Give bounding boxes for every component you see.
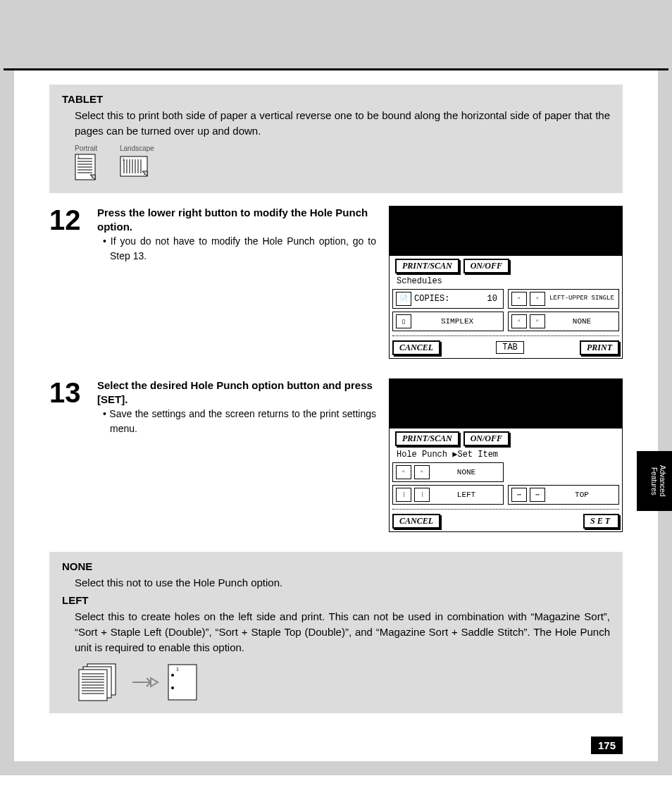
screen-hole-punch: PRINT/SCAN ON/OFF Hole Punch ▶Set Item ▫…	[389, 378, 623, 532]
punch-icon-1: ▫	[511, 314, 527, 328]
on-off-button[interactable]: ON/OFF	[463, 259, 509, 273]
print-scan-button[interactable]: PRINT/SCAN	[395, 259, 459, 273]
punch-none-cell[interactable]: ▫ ▫ NONE	[508, 312, 619, 331]
punch-icon-2: ▫	[530, 314, 545, 328]
svg-text:1: 1	[123, 157, 125, 161]
svg-text:1: 1	[176, 667, 179, 672]
none-icon-1: ▫	[396, 465, 411, 479]
top-icon-1: ⋯	[511, 488, 527, 502]
svg-text:1: 1	[77, 154, 80, 159]
none-cell[interactable]: ▫ ▫ NONE	[392, 462, 504, 482]
arrow-icon	[131, 675, 159, 689]
print-button[interactable]: PRINT	[580, 340, 619, 355]
schedules-label: Schedules	[397, 276, 619, 286]
step-12-number: 12	[49, 206, 90, 264]
left-icon-1: ⁝	[396, 488, 411, 502]
left-body: Select this to create holes on the left …	[75, 609, 610, 655]
pages-stack-icon	[75, 661, 124, 703]
step-12-title: Press the lower right button to modify t…	[97, 206, 376, 235]
left-icon-2: ⁝	[414, 488, 430, 502]
punched-page-icon: 1	[166, 663, 199, 702]
svg-rect-30	[168, 665, 197, 700]
svg-point-32	[171, 686, 174, 689]
print-scan-button-2[interactable]: PRINT/SCAN	[395, 431, 459, 446]
on-off-button-2[interactable]: ON/OFF	[463, 431, 509, 446]
simplex-cell[interactable]: ▯ SIMPLEX	[392, 312, 504, 331]
none-heading: NONE	[62, 560, 610, 572]
portrait-icon: 12	[75, 154, 99, 183]
staple-icon-1: ▫	[511, 292, 527, 306]
tablet-body: Select this to print both side of paper …	[75, 108, 610, 139]
step-13-title: Select the desired Hole Punch option but…	[97, 378, 376, 407]
svg-text:2: 2	[92, 175, 94, 179]
tab-button[interactable]: TAB	[496, 341, 524, 354]
hole-punch-label: Hole Punch ▶Set Item	[397, 449, 619, 460]
portrait-label: Portrait	[75, 144, 97, 152]
copies-cell[interactable]: 📄 COPIES: 10	[392, 289, 504, 309]
step-13-bullet: Save the settings and the screen returns…	[110, 407, 376, 436]
staple-icon-2: ▫	[530, 292, 545, 306]
none-icon-2: ▫	[414, 465, 430, 479]
set-button[interactable]: SET	[583, 514, 619, 529]
simplex-icon: ▯	[396, 314, 411, 328]
section-tab: Advanced Features	[637, 451, 672, 511]
tablet-box: TABLET Select this to print both side of…	[49, 85, 623, 193]
svg-point-31	[171, 674, 174, 677]
top-icon-2: ⋯	[530, 488, 545, 502]
page-number: 175	[591, 737, 623, 754]
none-body: Select this not to use the Hole Punch op…	[75, 575, 610, 591]
tablet-heading: TABLET	[62, 93, 610, 105]
left-cell[interactable]: ⁝ ⁝ LEFT	[392, 485, 504, 505]
cancel-button-2[interactable]: CANCEL	[392, 514, 440, 529]
svg-text:2: 2	[144, 171, 146, 175]
copies-icon: 📄	[396, 292, 411, 306]
landscape-label: Landscape	[120, 144, 154, 152]
step-12-bullet: If you do not have to modify the Hole Pu…	[110, 234, 376, 264]
landscape-icon: 12	[120, 154, 151, 180]
step-13-number: 13	[49, 378, 90, 437]
screen-schedules: PRINT/SCAN ON/OFF Schedules 📄 COPIES: 10…	[389, 206, 623, 359]
left-heading: LEFT	[62, 594, 610, 606]
top-cell[interactable]: ⋯ ⋯ TOP	[508, 485, 619, 505]
cancel-button[interactable]: CANCEL	[392, 340, 440, 355]
options-box: NONE Select this not to use the Hole Pun…	[49, 552, 623, 713]
staple-cell[interactable]: ▫ ▫ LEFT-UPPER SINGLE	[508, 289, 619, 309]
